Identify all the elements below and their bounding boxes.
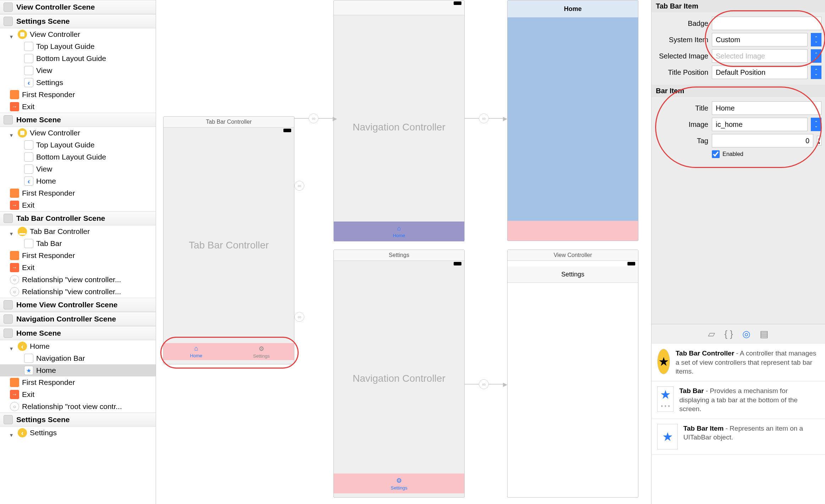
scene-title: View Controller Scene — [16, 3, 95, 11]
tag-stepper[interactable]: ▴▾ — [817, 136, 821, 146]
interface-builder-canvas[interactable]: Tab Bar Controller Tab Bar Controller ⌂ … — [156, 0, 651, 504]
disclosure-triangle-icon[interactable] — [10, 229, 15, 234]
library-item-tabbarcontroller[interactable]: ★ Tab Bar Controller - A controller that… — [652, 344, 825, 381]
exit-icon — [10, 102, 19, 111]
scene-home-vc[interactable]: Home — [507, 0, 638, 241]
scene-header-settings[interactable]: Settings Scene — [0, 14, 156, 28]
outline-item-exit[interactable]: Exit — [0, 262, 156, 274]
segue-arrow[interactable]: ∞ — [294, 113, 337, 123]
scene-titlebar: Settings — [334, 250, 464, 261]
image-dropdown[interactable]: ic_home — [712, 118, 808, 131]
navbar-icon — [24, 354, 33, 363]
outline-item[interactable]: Home — [0, 175, 156, 187]
dropdown-arrows-icon[interactable] — [811, 49, 821, 63]
disclosure-triangle-icon[interactable] — [10, 32, 15, 37]
tab-bar[interactable]: ⌂ Home — [334, 222, 464, 241]
system-item-dropdown[interactable]: Custom — [712, 33, 808, 46]
tab-item-home[interactable]: ⌂ Home — [164, 343, 229, 360]
outline-item-selected[interactable]: Home — [0, 364, 156, 376]
scene-navcontroller-home[interactable]: Navigation Controller ⌂ Home — [333, 0, 465, 241]
outline-item[interactable]: Bottom Layout Guide — [0, 151, 156, 163]
badge-input[interactable] — [712, 17, 821, 30]
library-item-tabbaritem[interactable]: ★ Tab Bar Item - Represents an item on a… — [652, 419, 825, 455]
label: Exit — [22, 102, 34, 111]
outline-item[interactable]: Bottom Layout Guide — [0, 52, 156, 65]
document-outline: View Controller Scene Settings Scene Vie… — [0, 0, 156, 504]
object-library-icon[interactable]: ◎ — [742, 329, 751, 340]
disclosure-triangle-icon[interactable] — [10, 430, 15, 435]
outline-item-exit[interactable]: Exit — [0, 101, 156, 113]
outline-item-first-responder[interactable]: First Responder — [0, 250, 156, 262]
scene-navcontroller-settings[interactable]: Settings Navigation Controller ⚙ Setting… — [333, 250, 465, 498]
file-template-library-icon[interactable]: ▱ — [708, 329, 715, 340]
segue-relationship-icon: ∞ — [309, 113, 319, 123]
outline-item[interactable]: Tab Bar — [0, 237, 156, 250]
label: Relationship "view controller... — [22, 275, 121, 284]
outline-item-relationship[interactable]: Relationship "view controller... — [0, 286, 156, 298]
object-library[interactable]: ★ Tab Bar Controller - A controller that… — [652, 344, 825, 504]
segue-relationship-icon — [10, 275, 19, 284]
outline-item-viewcontroller[interactable]: View Controller — [0, 28, 156, 40]
outline-item[interactable]: View — [0, 163, 156, 175]
outline-item[interactable]: Top Layout Guide — [0, 40, 156, 52]
dropdown-arrows-icon[interactable] — [811, 33, 821, 46]
outline-item-viewcontroller[interactable]: View Controller — [0, 127, 156, 139]
scene-header-navcontroller[interactable]: Navigation Controller Scene — [0, 312, 156, 326]
outline-item-exit[interactable]: Exit — [0, 199, 156, 211]
scene-settings-vc[interactable]: View Controller Settings — [507, 250, 638, 498]
status-bar — [334, 261, 464, 267]
scene-header-home[interactable]: Home Scene — [0, 113, 156, 127]
scene-header-homevc[interactable]: Home View Controller Scene — [0, 298, 156, 312]
nav-title: Settings — [561, 271, 584, 278]
code-snippet-library-icon[interactable]: { } — [724, 329, 733, 340]
outline-item-first-responder[interactable]: First Responder — [0, 89, 156, 101]
scene-header-home-nav[interactable]: Home Scene — [0, 326, 156, 340]
field-system-item: System Item Custom — [655, 33, 821, 46]
label: First Responder — [22, 189, 75, 197]
media-library-icon[interactable]: ▤ — [760, 329, 769, 340]
segue-arrow[interactable]: ∞ — [465, 113, 507, 123]
tab-item-settings[interactable]: ⚙ Settings — [229, 343, 294, 360]
tab-label: Home — [393, 233, 405, 238]
scene-header-viewcontroller[interactable]: View Controller Scene — [0, 0, 156, 14]
segue-relationship-icon — [10, 287, 19, 296]
outline-item-relationship[interactable]: Relationship "view controller... — [0, 274, 156, 286]
label: First Responder — [22, 378, 75, 387]
outline-item-first-responder[interactable]: First Responder — [0, 376, 156, 388]
title-input[interactable] — [712, 101, 821, 115]
outline-item-tabbarcontroller[interactable]: Tab Bar Controller — [0, 225, 156, 237]
outline-item[interactable]: Settings — [0, 77, 156, 89]
tab-item-home[interactable]: ⌂ Home — [334, 222, 464, 241]
outline-item-navcontroller[interactable]: Home — [0, 340, 156, 352]
dropdown-arrows-icon[interactable] — [811, 118, 821, 131]
scene-tabbarcontroller[interactable]: Tab Bar Controller Tab Bar Controller ⌂ … — [163, 116, 294, 364]
disclosure-triangle-icon[interactable] — [10, 130, 15, 135]
library-item-tabbar[interactable]: ★• • • Tab Bar - Provides a mechanism fo… — [652, 381, 825, 419]
dropdown-arrows-icon[interactable] — [811, 66, 821, 79]
title-position-dropdown[interactable]: Default Position — [712, 66, 808, 79]
outline-item-relationship[interactable]: Relationship "root view contr... — [0, 401, 156, 413]
tab-bar[interactable]: ⚙ Settings — [334, 474, 464, 493]
outline-item-navcontroller[interactable]: Settings — [0, 427, 156, 439]
segue-arrow[interactable]: ∞ — [294, 181, 304, 191]
outline-item[interactable]: View — [0, 65, 156, 77]
tag-input[interactable] — [712, 134, 813, 147]
segue-arrow[interactable]: ∞ — [465, 379, 507, 389]
segue-relationship-icon: ∞ — [294, 181, 304, 191]
tab-bar[interactable]: ⌂ Home ⚙ Settings — [164, 343, 294, 360]
segue-arrow[interactable]: ∞ — [294, 312, 304, 322]
scene-header-settings-nav[interactable]: Settings Scene — [0, 413, 156, 427]
tab-item-settings[interactable]: ⚙ Settings — [334, 474, 464, 493]
scene-header-tabbarcontroller[interactable]: Tab Bar Controller Scene — [0, 211, 156, 225]
field-label: Image — [655, 121, 708, 129]
selected-image-dropdown[interactable]: Selected Image — [712, 49, 808, 63]
outline-item[interactable]: Navigation Bar — [0, 352, 156, 364]
field-label: Title Position — [655, 68, 708, 77]
outline-item[interactable]: Top Layout Guide — [0, 139, 156, 151]
field-enabled: Enabled — [655, 150, 821, 158]
enabled-checkbox[interactable] — [712, 150, 720, 158]
outline-item-first-responder[interactable]: First Responder — [0, 187, 156, 199]
outline-item-exit[interactable]: Exit — [0, 388, 156, 401]
disclosure-triangle-icon[interactable] — [10, 344, 15, 349]
field-label: Tag — [655, 137, 708, 145]
